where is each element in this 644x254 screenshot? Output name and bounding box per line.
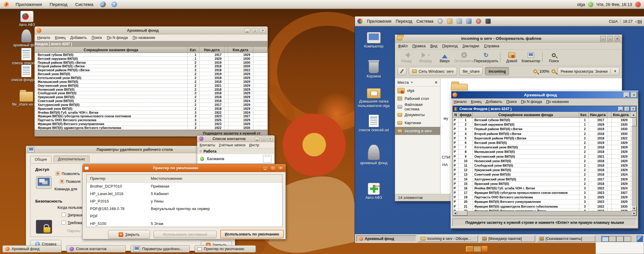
desktop-icon-auto-afz[interactable]: Авто АФЗ [10, 11, 43, 27]
right-menu-applications[interactable]: Приложения [367, 19, 391, 24]
column-header[interactable]: фонда [459, 112, 473, 118]
column-header[interactable]: Кон.дата [228, 47, 253, 53]
search-button[interactable]: Поиск [544, 50, 564, 65]
menu-item[interactable]: Переход [442, 44, 458, 48]
maximize-button[interactable]: □ [607, 36, 613, 41]
table-row[interactable]: Фракция ВКП(б) губотдела промыслового со… [35, 115, 268, 118]
column-header[interactable]: Принтер [86, 176, 151, 181]
right-menu-system[interactable]: Система [417, 19, 433, 24]
scroll-down-arrow[interactable]: ▼ [632, 206, 637, 211]
maximize-button[interactable]: ◻ [270, 166, 276, 171]
table-row[interactable]: Малмыжский уком ВКП(б) 2 1918 1929 [35, 80, 268, 84]
menu-item[interactable]: По названию [133, 36, 155, 40]
minimize-button[interactable]: ▁ [244, 28, 250, 33]
table-row[interactable]: Вятский уком ВКП(б) 2 1919 1929 [35, 72, 268, 76]
shutdown-button[interactable] [635, 1, 641, 7]
table-row[interactable]: Р 12 Уржумский уком ВКП(б) 2 1918 1929 [453, 168, 637, 172]
maximize-button[interactable]: ◻ [252, 28, 258, 33]
menu-item[interactable]: Правка [412, 44, 426, 48]
table-row[interactable]: Р 2 Вятский окружком ВКП(б) 1 1929 1930 [453, 122, 637, 127]
minimize-button[interactable]: ▁ [618, 107, 623, 111]
left-menu-applications[interactable]: Приложения [14, 1, 43, 7]
table-row[interactable]: Р 1 Вятский губком ВКП(б) 1 1917 1929 [453, 118, 637, 122]
table-row[interactable]: Вятский губком ВКП(б) 1 1917 1929 [35, 53, 268, 57]
table-row[interactable]: Омутнинский уком ВКП(б) 2 1921 1929 [35, 84, 268, 88]
maximize-button[interactable]: ◻ [261, 137, 266, 141]
horizontal-scrollbar[interactable]: ◄ ► [453, 211, 637, 216]
menu-item[interactable]: Начало [454, 100, 467, 104]
close-button[interactable]: ✕ [268, 137, 273, 141]
workspace-1[interactable] [466, 246, 473, 252]
menu-item[interactable]: Конец [471, 100, 482, 104]
breadcrumb-serv[interactable]: Сеть Windows: serv [409, 67, 457, 75]
workspace-1[interactable] [601, 236, 609, 242]
column-header[interactable]: Кон.дата [611, 112, 631, 118]
column-header[interactable]: Сокращённое название фонда [473, 112, 579, 118]
menu-item[interactable]: Закладки [462, 44, 479, 48]
contact-row[interactable]: Басманов ☺ ☺ [197, 154, 274, 164]
maximize-button[interactable]: □ [625, 107, 629, 111]
taskbar-item-contacts[interactable]: Список контактов [66, 245, 126, 253]
right-clock[interactable]: 16:27 [623, 19, 633, 24]
table-row[interactable]: Р 10 Нолинский уком ВКП(б) 2 1918 1929 [453, 159, 637, 163]
up-button[interactable]: Вверх [435, 50, 454, 65]
column-header[interactable]: Нач.дата [589, 112, 607, 118]
right-workspace-switcher[interactable] [601, 236, 631, 242]
table-row[interactable]: Р 13 Советский уком ВКП(б) 2 1918 1924 [453, 172, 637, 177]
table-row[interactable]: Р 21 Фракция ВКП(б) здравотдела Вятского… [453, 204, 637, 209]
contacts-titlebar[interactable]: Список контактов ▁ ◻ ✕ [197, 136, 274, 142]
firefox-launcher-icon[interactable] [100, 1, 106, 7]
close-button[interactable]: ✕ [631, 107, 636, 111]
table-row[interactable]: Халтуринский уком ВКП(б) 2 1917 1929 [35, 103, 268, 107]
menu-item[interactable]: По названию [546, 100, 569, 104]
table-row[interactable]: Р 3 Первый райком ВКП(б) г.Вятки 2 1919 … [453, 127, 637, 131]
table-row[interactable]: Нолинский уком ВКП(б) 2 1918 1929 [35, 88, 268, 92]
table-row[interactable]: Фракция ВКП(б) Вятского уземуправления 3… [35, 122, 268, 126]
workspace-2[interactable] [473, 246, 481, 252]
taskbar-item-package-manager[interactable]: [Менеджер пакетов] [480, 235, 535, 242]
right-menu-places[interactable]: Переход [396, 19, 412, 24]
home-button[interactable]: Домой [502, 50, 521, 65]
place-olga[interactable]: olga [395, 86, 440, 95]
panel-launcher-icon[interactable] [485, 19, 491, 24]
user-switcher-label[interactable]: olga [577, 2, 585, 7]
computer-button[interactable]: Компьютер [521, 50, 540, 65]
gnome-menu-icon[interactable] [357, 19, 363, 24]
menu-item[interactable]: Поиск [506, 100, 517, 104]
taskbar-item-printer[interactable]: Принтер по умолчанию [195, 245, 256, 253]
menu-item[interactable]: По N фонда [521, 100, 542, 104]
scroll-left-arrow[interactable]: ◄ [453, 211, 457, 216]
table-row[interactable]: Р 5 Береговой райком РКП(б) г.Вятки 2 19… [453, 136, 637, 141]
close-button[interactable]: ✕ [278, 166, 284, 171]
panel-launcher-icon[interactable] [457, 19, 462, 24]
table-row[interactable]: Слободской уком ВКП(б) 2 1918 1929 [35, 91, 268, 95]
minimize-button[interactable]: ▁ [255, 137, 259, 141]
printer-row[interactable]: PDF@192.168.0.78 Виртуальный принтер на … [86, 205, 282, 212]
menu-item[interactable]: Конец [55, 36, 66, 40]
breadcrumb-file-share[interactable]: file_share [459, 67, 483, 75]
workspace-3[interactable] [616, 236, 624, 242]
help-launcher-icon[interactable]: ? [111, 1, 117, 7]
menu-item[interactable]: Добавить [70, 36, 87, 40]
table-row[interactable]: Р 15 Яранский уком ВКП(б) 2 1918 1929 [453, 182, 637, 186]
column-header[interactable]: Местоположение: [151, 176, 183, 181]
menu-item[interactable]: Добавить [486, 100, 502, 104]
close-button[interactable]: ✕ [615, 36, 620, 41]
menu-item[interactable]: Справка [484, 44, 499, 48]
menu-item[interactable]: Инстр [249, 143, 259, 147]
panel-launcher-icon[interactable] [466, 19, 472, 24]
edit-location-button[interactable] [397, 67, 406, 75]
scroll-thumb[interactable] [632, 118, 637, 126]
printer-row[interactable]: HP_5100 5 Этаж [86, 220, 282, 227]
table-row[interactable]: Партчасть ОНО Вятского уисполкома 3 1925… [35, 118, 268, 122]
taskbar-item-remote-prefs[interactable]: Параметры удалённо... [130, 245, 190, 253]
printer-row[interactable]: HP_P2015 у Лены [86, 197, 282, 205]
table-row[interactable]: Р 17 Фракция ВКП(б) губотдела промыслово… [453, 191, 637, 195]
table-row[interactable]: Котельничский уком ВКП(б) 2 1918 1929 [35, 76, 268, 80]
table-row[interactable]: Яранский уком ВКП(б) 2 1918 1929 [35, 107, 268, 111]
scroll-thumb[interactable] [457, 211, 467, 216]
taskbar-item-archive[interactable]: Архивный фонд [356, 235, 416, 242]
scroll-up-arrow[interactable]: ▲ [631, 112, 637, 118]
printer-row[interactable]: PDF [86, 212, 282, 220]
table-row[interactable]: Р 7 Котельничский уком ВКП(б) 2 1918 192… [453, 145, 637, 150]
